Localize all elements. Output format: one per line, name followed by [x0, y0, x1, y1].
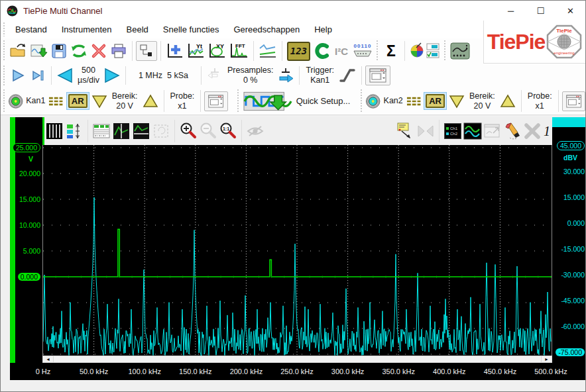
- toolbar-grip[interactable]: [237, 89, 241, 113]
- scroll-right-button[interactable]: ►: [541, 356, 552, 362]
- channel-offsets-button[interactable]: [64, 121, 84, 141]
- toolbar-grip[interactable]: [444, 40, 447, 62]
- fft-graph-button[interactable]: FFT: [227, 40, 250, 62]
- axis-label[interactable]: 25.000: [13, 143, 40, 152]
- axis-label[interactable]: 0.000: [18, 273, 40, 281]
- add-graph-button[interactable]: [164, 40, 185, 62]
- measure-lines-button[interactable]: [257, 40, 278, 62]
- sum-button[interactable]: Σ: [381, 40, 401, 62]
- kan1-bnc-icon[interactable]: [8, 93, 23, 109]
- presamples-display: Presamples:0 %: [225, 66, 276, 85]
- kan1-settings-button[interactable]: [204, 91, 227, 111]
- x-axis-label: 100.0 kHz: [128, 368, 161, 375]
- close-button[interactable]: ✕: [556, 1, 585, 21]
- object-tree-button[interactable]: [136, 41, 157, 61]
- zoom-in-button[interactable]: [178, 121, 198, 141]
- kan1-coupling-icon[interactable]: [48, 96, 63, 107]
- kan2-range-up-button[interactable]: [498, 91, 518, 112]
- vertical-cursors-button[interactable]: [111, 121, 131, 141]
- i2c-icon: I²C: [335, 46, 348, 57]
- add-comment-button[interactable]: [396, 121, 416, 141]
- play-icon: [11, 68, 25, 83]
- open-button[interactable]: [8, 40, 29, 62]
- start-button[interactable]: [8, 65, 28, 86]
- up-triangle-icon: [142, 94, 159, 109]
- colors-settings-button[interactable]: [408, 40, 441, 62]
- toolbar-grip[interactable]: [3, 89, 7, 113]
- timebase-slower-button[interactable]: [55, 65, 75, 86]
- yt-graph-button[interactable]: Yt: [185, 40, 206, 62]
- plot-area[interactable]: [42, 145, 552, 356]
- timebase-faster-button[interactable]: [102, 65, 122, 86]
- titlebar: TiePie Multi Channel ─ ☐ ✕: [1, 1, 585, 21]
- menu-instrumenten[interactable]: Instrumenten: [54, 24, 119, 34]
- quick-setup-label[interactable]: Quick Setup...: [294, 96, 353, 106]
- grid-toggle-button[interactable]: [44, 121, 64, 141]
- meter-123-icon: 123: [287, 42, 310, 61]
- erase-button[interactable]: [502, 121, 522, 141]
- menu-snelle-functies[interactable]: Snelle functies: [156, 24, 227, 34]
- one-shot-button[interactable]: [28, 65, 48, 86]
- xy-graph-button[interactable]: XY: [206, 40, 227, 62]
- save-button[interactable]: [49, 40, 69, 62]
- axis-label[interactable]: -75.000: [556, 348, 585, 356]
- quick-setup-button[interactable]: [242, 91, 294, 112]
- instrument-settings-button[interactable]: [365, 66, 390, 85]
- presamples-decrease-button: [205, 65, 225, 86]
- current-clamp-icon: [314, 42, 329, 60]
- legend-button[interactable]: Ch1 Ch2: [443, 121, 463, 141]
- monitor-button[interactable]: [449, 40, 471, 62]
- zoom-reset-button[interactable]: 1:1: [218, 121, 238, 141]
- zoom-in-icon: [179, 122, 198, 140]
- kan1-autorange-button[interactable]: AR: [68, 94, 88, 108]
- print-button[interactable]: [109, 40, 129, 62]
- presamples-increase-button[interactable]: [276, 65, 296, 86]
- toolbar-grip[interactable]: [377, 40, 380, 62]
- presample-right-icon: [277, 67, 294, 84]
- menu-bestand[interactable]: Bestand: [8, 24, 54, 34]
- trigger-edge-button[interactable]: [337, 65, 358, 86]
- delete-button[interactable]: [89, 40, 109, 62]
- toolbar-grip[interactable]: [3, 23, 7, 36]
- kan2-bnc-icon[interactable]: [365, 93, 381, 109]
- scroll-left-button[interactable]: ◄: [43, 356, 54, 362]
- axis-label[interactable]: 45.000: [557, 141, 585, 150]
- export-window-icon: [483, 122, 502, 140]
- clear-x-icon: [523, 122, 542, 140]
- menu-gereedschappen[interactable]: Gereedschappen: [226, 24, 307, 34]
- value-table-button[interactable]: [91, 121, 111, 141]
- kan2-settings-button[interactable]: [562, 91, 585, 111]
- kan1-autorange-selected: AR: [66, 92, 89, 110]
- meter-button[interactable]: 123: [286, 40, 312, 62]
- rising-edge-icon: [338, 67, 357, 84]
- menu-beeld[interactable]: Beeld: [119, 24, 156, 34]
- down-triangle-icon: [91, 94, 108, 109]
- toolbar-grip[interactable]: [3, 40, 7, 62]
- i2c-button[interactable]: I²C: [331, 40, 351, 62]
- refresh-button[interactable]: [69, 40, 89, 62]
- sigma-icon: Σ: [386, 42, 396, 60]
- up-triangle-icon: [499, 94, 516, 109]
- kan2-range-down-button[interactable]: [447, 91, 467, 112]
- kan2-coupling-icon[interactable]: [406, 96, 421, 107]
- horizontal-cursor-icon: [133, 122, 150, 140]
- kan2-autorange-button[interactable]: AR: [426, 94, 445, 108]
- toolbar-grip[interactable]: [361, 89, 364, 113]
- current-clamp-button[interactable]: [312, 40, 331, 62]
- close-graph-button[interactable]: [522, 121, 542, 141]
- traces-button[interactable]: [463, 121, 483, 141]
- minimize-button[interactable]: ─: [496, 1, 526, 21]
- kan1-axis-strip[interactable]: [10, 117, 15, 363]
- menu-help[interactable]: Help: [307, 24, 339, 34]
- toolbar-grip[interactable]: [3, 66, 7, 85]
- horizontal-cursors-button[interactable]: [131, 121, 151, 141]
- import-button[interactable]: [29, 40, 49, 62]
- brand-badge: TiePie engineering: [546, 24, 582, 59]
- trigger-display: Trigger:Kan1: [303, 66, 337, 85]
- horizontal-scrollbar[interactable]: ◄ ►: [42, 356, 552, 363]
- maximize-button[interactable]: ☐: [526, 1, 556, 21]
- kan2-axis-strip[interactable]: [552, 117, 586, 127]
- serial-button[interactable]: 00110: [351, 40, 374, 62]
- kan1-range-down-button[interactable]: [89, 91, 109, 112]
- kan1-range-up-button[interactable]: [141, 91, 160, 112]
